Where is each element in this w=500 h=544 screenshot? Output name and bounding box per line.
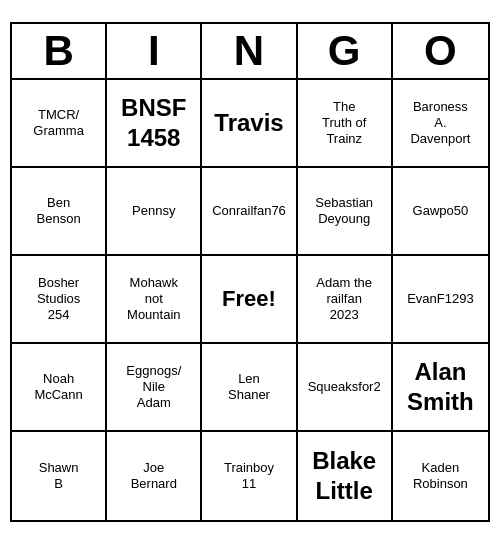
bingo-cell-15: Noah McCann: [12, 344, 107, 432]
bingo-cell-19: Alan Smith: [393, 344, 488, 432]
cell-text-0: TMCR/ Gramma: [33, 107, 84, 140]
cell-text-5: Ben Benson: [37, 195, 81, 228]
bingo-cell-12: Free!: [202, 256, 297, 344]
cell-text-15: Noah McCann: [34, 371, 82, 404]
cell-text-20: Shawn B: [39, 460, 79, 493]
bingo-cell-5: Ben Benson: [12, 168, 107, 256]
bingo-card: BINGO TMCR/ GrammaBNSF 1458TravisThe Tru…: [10, 22, 490, 522]
bingo-header: BINGO: [12, 24, 488, 80]
bingo-cell-23: Blake Little: [298, 432, 393, 520]
cell-text-4: Baroness A. Davenport: [410, 99, 470, 148]
header-letter-g: G: [298, 24, 393, 78]
bingo-cell-11: Mohawk not Mountain: [107, 256, 202, 344]
cell-text-14: EvanF1293: [407, 291, 474, 307]
bingo-cell-10: Bosher Studios 254: [12, 256, 107, 344]
bingo-cell-9: Gawpo50: [393, 168, 488, 256]
cell-text-22: Trainboy 11: [224, 460, 274, 493]
bingo-cell-3: The Truth of Trainz: [298, 80, 393, 168]
cell-text-24: Kaden Robinson: [413, 460, 468, 493]
cell-text-9: Gawpo50: [413, 203, 469, 219]
bingo-cell-7: Conrailfan76: [202, 168, 297, 256]
cell-text-8: Sebastian Deyoung: [315, 195, 373, 228]
cell-text-18: Squeaksfor2: [308, 379, 381, 395]
cell-text-19: Alan Smith: [407, 357, 474, 417]
bingo-cell-1: BNSF 1458: [107, 80, 202, 168]
cell-text-6: Pennsy: [132, 203, 175, 219]
cell-text-2: Travis: [214, 108, 283, 138]
bingo-cell-17: Len Shaner: [202, 344, 297, 432]
bingo-grid: TMCR/ GrammaBNSF 1458TravisThe Truth of …: [12, 80, 488, 520]
bingo-cell-8: Sebastian Deyoung: [298, 168, 393, 256]
bingo-cell-18: Squeaksfor2: [298, 344, 393, 432]
cell-text-21: Joe Bernard: [131, 460, 177, 493]
cell-text-1: BNSF 1458: [121, 93, 186, 153]
bingo-cell-4: Baroness A. Davenport: [393, 80, 488, 168]
cell-text-10: Bosher Studios 254: [37, 275, 80, 324]
bingo-cell-21: Joe Bernard: [107, 432, 202, 520]
cell-text-3: The Truth of Trainz: [322, 99, 366, 148]
header-letter-o: O: [393, 24, 488, 78]
header-letter-b: B: [12, 24, 107, 78]
bingo-cell-0: TMCR/ Gramma: [12, 80, 107, 168]
cell-text-11: Mohawk not Mountain: [127, 275, 180, 324]
cell-text-7: Conrailfan76: [212, 203, 286, 219]
header-letter-i: I: [107, 24, 202, 78]
bingo-cell-13: Adam the railfan 2023: [298, 256, 393, 344]
cell-text-12: Free!: [222, 285, 276, 313]
bingo-cell-24: Kaden Robinson: [393, 432, 488, 520]
bingo-cell-2: Travis: [202, 80, 297, 168]
bingo-cell-6: Pennsy: [107, 168, 202, 256]
bingo-cell-20: Shawn B: [12, 432, 107, 520]
cell-text-16: Eggnogs/ Nile Adam: [126, 363, 181, 412]
cell-text-23: Blake Little: [312, 446, 376, 506]
bingo-cell-14: EvanF1293: [393, 256, 488, 344]
bingo-cell-16: Eggnogs/ Nile Adam: [107, 344, 202, 432]
bingo-cell-22: Trainboy 11: [202, 432, 297, 520]
cell-text-13: Adam the railfan 2023: [316, 275, 372, 324]
header-letter-n: N: [202, 24, 297, 78]
cell-text-17: Len Shaner: [228, 371, 270, 404]
